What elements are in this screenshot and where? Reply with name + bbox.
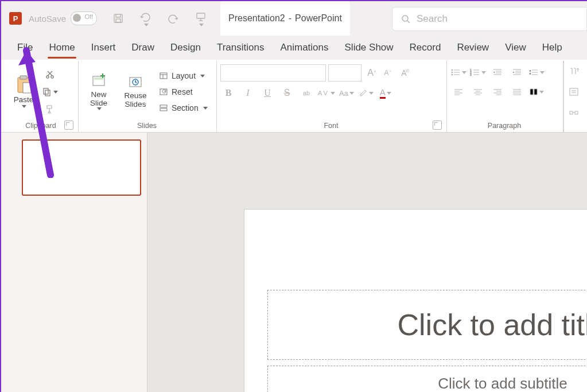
group-label-font: Font — [220, 121, 442, 132]
font-name-combo[interactable] — [220, 64, 326, 81]
align-right-icon[interactable] — [489, 84, 506, 100]
reuse-slides-icon — [127, 73, 144, 91]
increase-indent-icon[interactable] — [509, 64, 525, 80]
work-area: 1 Click to add title Click to add subtit… — [1, 133, 587, 392]
chevron-down-icon — [97, 107, 102, 110]
tab-slide-show[interactable]: Slide Show — [337, 37, 402, 58]
underline-icon[interactable]: U — [259, 85, 275, 101]
clear-formatting-icon[interactable]: A⎚ — [396, 65, 412, 81]
character-spacing-icon[interactable]: AV — [318, 85, 335, 101]
tab-record[interactable]: Record — [402, 37, 449, 58]
chevron-down-icon — [199, 24, 204, 26]
cut-icon[interactable] — [41, 67, 58, 83]
save-icon[interactable] — [107, 9, 129, 28]
chevron-down-icon — [203, 107, 208, 110]
decrease-font-icon[interactable]: A˅ — [380, 65, 396, 81]
title-placeholder[interactable]: Click to add title — [267, 290, 587, 360]
tab-draw[interactable]: Draw — [123, 37, 162, 58]
copy-icon[interactable] — [41, 84, 58, 100]
svg-rect-17 — [160, 105, 167, 107]
svg-rect-0 — [114, 14, 122, 22]
new-slide-button[interactable]: New Slide — [82, 65, 115, 117]
strikethrough-icon[interactable]: S — [279, 85, 295, 101]
undo-icon[interactable] — [135, 9, 157, 28]
reset-icon — [159, 87, 168, 96]
svg-rect-27 — [575, 111, 578, 114]
increase-font-icon[interactable]: A˄ — [364, 65, 380, 81]
paste-label: Paste — [14, 95, 34, 104]
numbering-icon[interactable]: 123 — [470, 64, 486, 80]
autosave-label: AutoSave — [29, 14, 66, 24]
svg-point-7 — [46, 76, 48, 78]
align-center-icon[interactable] — [470, 84, 486, 100]
change-case-icon[interactable]: Aa — [339, 85, 355, 101]
app-name: PowerPoint — [295, 13, 342, 24]
paste-button[interactable]: Paste — [8, 65, 39, 117]
section-menu[interactable]: Section — [156, 100, 211, 116]
reuse-slides-label: Reuse Slides — [124, 92, 146, 109]
svg-point-20 — [452, 72, 453, 73]
svg-rect-25 — [570, 88, 578, 95]
font-color-icon[interactable]: A — [378, 85, 394, 101]
tab-animations[interactable]: Animations — [272, 37, 336, 58]
dialog-launcher-icon[interactable] — [433, 121, 442, 130]
ribbon-tabs: File Home Insert Draw Design Transitions… — [1, 36, 587, 60]
tab-design[interactable]: Design — [162, 37, 209, 58]
tab-transitions[interactable]: Transitions — [209, 37, 273, 58]
slide-thumbnail[interactable] — [22, 139, 141, 196]
align-vertical-icon[interactable] — [566, 84, 582, 100]
title-separator: - — [289, 13, 291, 24]
align-left-icon[interactable] — [450, 84, 467, 100]
search-icon — [401, 14, 411, 24]
tab-review[interactable]: Review — [449, 37, 497, 58]
chevron-down-icon — [331, 92, 335, 95]
clipboard-icon — [15, 75, 32, 94]
line-spacing-icon[interactable] — [528, 64, 545, 80]
smartart-icon[interactable] — [566, 104, 582, 121]
format-painter-icon[interactable] — [41, 101, 58, 117]
group-label-clipboard: Clipboard — [8, 121, 73, 132]
slide-canvas[interactable]: Click to add title Click to add subtitle — [147, 133, 587, 392]
bold-icon[interactable]: B — [220, 85, 236, 101]
italic-icon[interactable]: I — [240, 85, 256, 101]
group-paragraph: 123 Paragraph — [447, 61, 563, 132]
subtitle-placeholder[interactable]: Click to add subtitle — [267, 366, 587, 392]
decrease-indent-icon[interactable] — [489, 64, 506, 80]
svg-rect-18 — [160, 108, 167, 111]
svg-rect-2 — [197, 13, 205, 18]
bullets-icon[interactable] — [450, 64, 467, 80]
group-slides: New Slide Reuse Slides Layout Reset Se — [79, 61, 217, 132]
group-label-paragraph: Paragraph — [450, 121, 558, 132]
columns-icon[interactable] — [528, 84, 545, 100]
chevron-down-icon — [349, 92, 354, 95]
quick-access-toolbar — [107, 9, 212, 28]
reset-button[interactable]: Reset — [156, 84, 211, 100]
svg-point-19 — [452, 69, 453, 71]
dialog-launcher-icon[interactable] — [64, 121, 73, 130]
layout-icon — [159, 71, 168, 80]
font-size-combo[interactable] — [328, 64, 361, 81]
tab-file[interactable]: File — [9, 37, 41, 58]
slide[interactable]: Click to add title Click to add subtitle — [244, 209, 587, 392]
tab-help[interactable]: Help — [534, 37, 570, 58]
redo-icon[interactable] — [162, 9, 184, 28]
text-direction-icon[interactable] — [566, 63, 582, 79]
layout-menu[interactable]: Layout — [156, 68, 211, 84]
tab-insert[interactable]: Insert — [83, 37, 124, 58]
app-icon: P — [6, 12, 25, 25]
tab-view[interactable]: View — [497, 37, 534, 58]
tab-home[interactable]: Home — [41, 37, 83, 58]
autosave-toggle[interactable]: Off — [71, 11, 97, 25]
chevron-down-icon — [144, 24, 149, 26]
text-shadow-icon[interactable]: ab — [298, 85, 314, 101]
reuse-slides-button[interactable]: Reuse Slides — [119, 65, 152, 117]
slideshow-from-start-icon[interactable] — [190, 9, 212, 28]
chevron-down-icon — [22, 105, 26, 108]
search-box[interactable]: Search — [392, 7, 587, 31]
section-label: Section — [172, 103, 199, 112]
highlight-icon[interactable] — [358, 85, 374, 101]
svg-rect-12 — [94, 77, 103, 80]
autosave-control[interactable]: AutoSave Off — [29, 11, 97, 25]
justify-icon[interactable] — [509, 84, 525, 100]
chevron-down-icon — [539, 91, 544, 94]
